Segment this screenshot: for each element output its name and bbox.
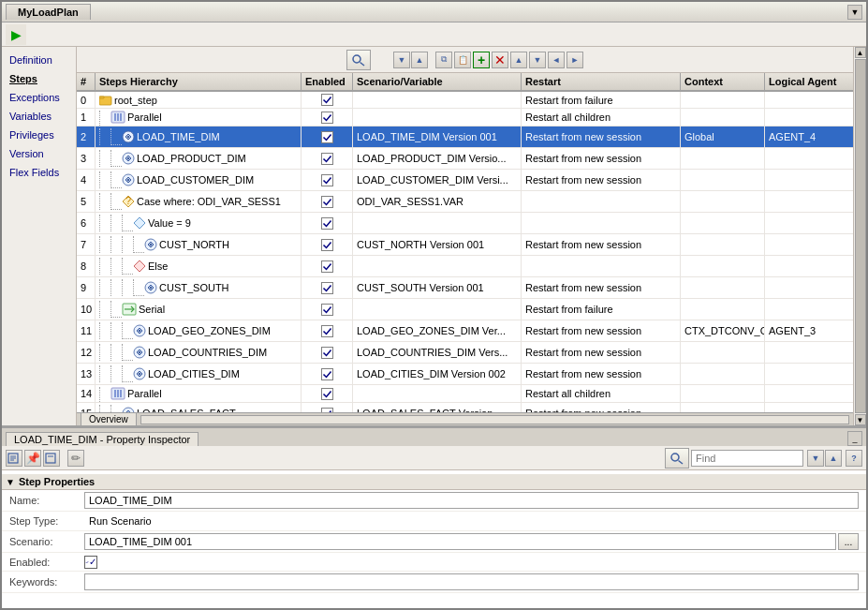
row-num: 5 <box>77 191 96 212</box>
row-name: LOAD_CITIES_DIM <box>96 364 302 384</box>
row-scenario: LOAD_TIME_DIM Version 001 <box>353 126 522 147</box>
row-agent <box>765 109 853 126</box>
table-row[interactable]: 0 root_step Restart from failure <box>77 92 853 109</box>
title-tab[interactable]: MyLoadPlan <box>6 4 91 20</box>
row-restart: Restart from new session <box>522 126 681 147</box>
svg-marker-16 <box>134 217 145 229</box>
prop-icon3[interactable] <box>43 450 60 467</box>
table-row[interactable]: 5 ? Case where: ODI_VAR_SESS1 ODI_VAR_SE… <box>77 191 853 213</box>
title-bar: MyLoadPlan ▼ <box>2 2 866 22</box>
scroll-down-btn[interactable]: ▼ <box>393 52 410 68</box>
svg-line-1 <box>360 62 365 66</box>
row-num: 3 <box>77 148 96 169</box>
row-scenario <box>353 213 522 233</box>
row-scenario <box>353 92 522 108</box>
row-enabled <box>302 256 353 276</box>
row-agent <box>765 170 853 190</box>
table-body: 0 root_step Restart from failure 1 <box>77 92 853 412</box>
sidebar-item-flexfields[interactable]: Flex Fields <box>2 163 76 182</box>
table-row[interactable]: 2 LOAD_TIME_DIM LOAD_TIME_DIM Version 00… <box>77 126 853 148</box>
row-scenario <box>353 256 522 276</box>
play-button[interactable]: ▶ <box>6 24 26 45</box>
table-toolbar: ▼ ▲ ⧉ 📋 + ✕ ▲ ▼ ◄ ► <box>77 47 853 73</box>
prop-icon2[interactable]: 📌 <box>24 450 41 467</box>
scenario-browse-btn[interactable]: ... <box>838 533 859 550</box>
table-row[interactable]: 8 Else <box>77 256 853 277</box>
row-num: 12 <box>77 342 96 363</box>
sidebar-item-privileges[interactable]: Privileges <box>2 126 76 144</box>
left-btn[interactable]: ◄ <box>548 52 565 68</box>
scrollbar-up[interactable]: ▲ <box>855 47 866 58</box>
sidebar-item-version[interactable]: Version <box>2 144 76 163</box>
prop-scroll-down[interactable]: ▼ <box>807 450 824 467</box>
paste-btn[interactable]: 📋 <box>454 52 471 68</box>
window-menu-button[interactable]: ▼ <box>847 5 862 20</box>
right-btn[interactable]: ► <box>566 52 583 68</box>
prop-pencil[interactable]: ✏ <box>67 450 84 467</box>
row-agent <box>765 364 853 384</box>
prop-help[interactable]: ? <box>846 450 862 467</box>
row-num: 15 <box>77 403 96 412</box>
find-input[interactable] <box>691 450 803 467</box>
right-scrollbar[interactable]: ▲ ▼ <box>853 47 866 425</box>
table-row[interactable]: 1 Parallel Restart all children <box>77 109 853 126</box>
copy-btn[interactable]: ⧉ <box>435 52 452 68</box>
svg-point-25 <box>139 330 141 333</box>
add-btn[interactable]: + <box>473 52 490 68</box>
row-name: LOAD_GEO_ZONES_DIM <box>96 320 302 341</box>
row-context <box>681 92 765 108</box>
down-btn[interactable]: ▼ <box>529 52 546 68</box>
table-row[interactable]: 7 CUST_NORTH CUST_NORTH Version 001 Rest… <box>77 234 853 256</box>
table-row[interactable]: 14 Parallel Restart all children <box>77 385 853 403</box>
table-row[interactable]: 6 Value = 9 <box>77 213 853 234</box>
enabled-checkbox[interactable] <box>84 556 97 569</box>
prop-icon1[interactable] <box>6 450 22 467</box>
table-row[interactable]: 4 LOAD_CUSTOMER_DIM LOAD_CUSTOMER_DIM Ve… <box>77 170 853 191</box>
keywords-label: Keywords: <box>9 576 84 588</box>
svg-point-18 <box>150 244 153 246</box>
keywords-value[interactable] <box>84 573 859 590</box>
row-context <box>681 148 765 169</box>
row-restart: Restart from new session <box>522 403 681 412</box>
row-agent <box>765 256 853 276</box>
row-enabled <box>302 320 353 341</box>
prop-inspector-tab[interactable]: LOAD_TIME_DIM - Property Inspector <box>6 432 199 446</box>
svg-point-21 <box>150 287 153 290</box>
scrollbar-down[interactable]: ▼ <box>855 414 866 425</box>
scenario-value[interactable]: LOAD_TIME_DIM 001 <box>84 533 836 550</box>
svg-point-11 <box>127 157 130 160</box>
row-name: Else <box>96 256 302 276</box>
table-row[interactable]: 13 LOAD_CITIES_DIM LOAD_CITIES_DIM Versi… <box>77 364 853 385</box>
table-row[interactable]: 3 LOAD_PRODUCT_DIM LOAD_PRODUCT_DIM Vers… <box>77 148 853 170</box>
prop-search-btn[interactable] <box>665 448 689 469</box>
prop-scroll-up[interactable]: ▲ <box>825 450 842 467</box>
row-name: LOAD_SALES_FACT <box>96 403 302 412</box>
name-value[interactable]: LOAD_TIME_DIM <box>84 492 859 509</box>
sidebar-item-definition[interactable]: Definition <box>2 51 76 69</box>
sidebar-item-steps[interactable]: Steps <box>2 69 76 88</box>
svg-point-29 <box>139 373 141 376</box>
row-enabled <box>302 385 353 402</box>
prop-row-enabled: Enabled: <box>2 553 866 572</box>
row-restart: Restart from new session <box>522 364 681 384</box>
table-row[interactable]: 10 Serial Restart from failure <box>77 299 853 320</box>
up-btn[interactable]: ▲ <box>510 52 527 68</box>
row-restart: Restart all children <box>522 385 681 402</box>
row-scenario <box>353 109 522 126</box>
table-row[interactable]: 11 LOAD_GEO_ZONES_DIM LOAD_GEO_ZONES_DIM… <box>77 320 853 342</box>
scroll-up-btn[interactable]: ▲ <box>411 52 428 68</box>
table-row[interactable]: 15 LOAD_SALES_FACT LOAD_SALES_FACT Versi… <box>77 403 853 412</box>
sidebar-item-variables[interactable]: Variables <box>2 107 76 126</box>
row-restart <box>522 256 681 276</box>
sidebar-item-exceptions[interactable]: Exceptions <box>2 88 76 107</box>
search-btn[interactable] <box>346 50 371 70</box>
overview-tab[interactable]: Overview <box>81 412 137 425</box>
minimize-button[interactable]: _ <box>847 431 862 446</box>
table-row[interactable]: 9 CUST_SOUTH CUST_SOUTH Version 001 Rest… <box>77 277 853 299</box>
delete-btn[interactable]: ✕ <box>492 52 508 68</box>
prop-section-header[interactable]: ▼ Step Properties <box>2 474 866 490</box>
row-num: 7 <box>77 234 96 255</box>
svg-point-0 <box>353 55 360 63</box>
row-name: CUST_NORTH <box>96 234 302 255</box>
table-row[interactable]: 12 LOAD_COUNTRIES_DIM LOAD_COUNTRIES_DIM… <box>77 342 853 364</box>
